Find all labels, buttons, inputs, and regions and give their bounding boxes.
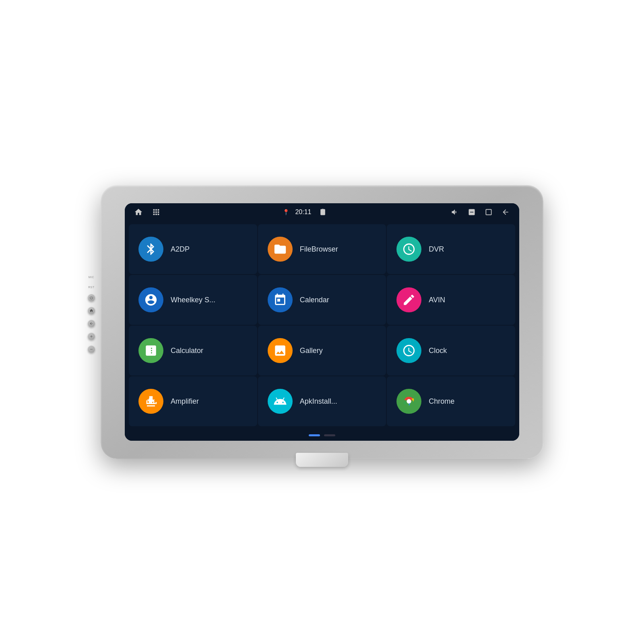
device-frame: MIC RST (101, 185, 543, 459)
filebrowser-icon (268, 237, 293, 262)
window-icon[interactable] (483, 206, 494, 218)
screen-bezel: 📍 20:11 (125, 203, 519, 441)
a2dp-label: A2DP (171, 245, 190, 254)
app-amplifier[interactable]: Amplifier (129, 376, 257, 426)
back-side-button[interactable] (88, 320, 95, 327)
mic-label: MIC (89, 276, 94, 279)
avin-label: AVIN (429, 296, 445, 304)
app-dvr[interactable]: DVR (387, 224, 515, 274)
chrome-icon (396, 389, 421, 414)
wheelkey-icon (138, 287, 163, 312)
app-calculator[interactable]: Calculator (129, 326, 257, 376)
dvr-icon (396, 237, 421, 262)
vol-down-button[interactable] (88, 346, 95, 353)
app-filebrowser[interactable]: FileBrowser (258, 224, 386, 274)
amplifier-label: Amplifier (171, 397, 199, 406)
status-left (133, 206, 162, 218)
clock-label: Clock (429, 347, 447, 355)
dvr-label: DVR (429, 245, 444, 254)
android-screen: 📍 20:11 (125, 203, 519, 441)
home-side-button[interactable] (88, 307, 95, 314)
home-button[interactable] (133, 206, 144, 218)
chrome-label: Chrome (429, 397, 454, 406)
vol-up-button[interactable] (88, 333, 95, 340)
side-buttons: MIC RST (88, 276, 95, 353)
volume-icon[interactable] (449, 206, 460, 218)
status-center: 📍 20:11 (283, 206, 328, 218)
back-icon[interactable] (500, 206, 511, 218)
svg-rect-3 (151, 400, 152, 404)
a2dp-icon (138, 237, 163, 262)
close-icon[interactable] (466, 206, 477, 218)
page-indicator (125, 429, 519, 441)
app-chrome[interactable]: Chrome (387, 376, 515, 426)
svg-rect-5 (155, 402, 157, 404)
app-avin[interactable]: AVIN (387, 275, 515, 325)
apkinstaller-icon (268, 389, 293, 414)
apkinstaller-label: ApkInstall... (300, 397, 337, 406)
dot-1[interactable] (309, 434, 320, 436)
calendar-label: Calendar (300, 296, 329, 304)
amplifier-icon (138, 389, 163, 414)
gallery-icon (268, 338, 293, 363)
app-gallery[interactable]: Gallery (258, 326, 386, 376)
svg-rect-2 (149, 398, 150, 404)
app-grid: A2DP FileBrowser DVR (125, 221, 519, 429)
bottom-mount (296, 453, 348, 467)
calendar-icon (268, 287, 293, 312)
dot-2[interactable] (324, 434, 335, 436)
status-right (449, 206, 511, 218)
status-bar: 📍 20:11 (125, 203, 519, 221)
app-wheelkey[interactable]: Wheelkey S... (129, 275, 257, 325)
svg-rect-1 (147, 400, 148, 404)
app-apkinstaller[interactable]: ApkInstall... (258, 376, 386, 426)
location-icon: 📍 (283, 209, 289, 215)
svg-rect-4 (153, 401, 155, 405)
calculator-label: Calculator (171, 347, 203, 355)
apps-button[interactable] (151, 206, 162, 218)
app-calendar[interactable]: Calendar (258, 275, 386, 325)
app-clock[interactable]: Clock (387, 326, 515, 376)
rst-label: RST (88, 286, 95, 289)
gallery-label: Gallery (300, 347, 323, 355)
filebrowser-label: FileBrowser (300, 245, 338, 254)
calculator-icon (138, 338, 163, 363)
app-a2dp[interactable]: A2DP (129, 224, 257, 274)
clock-display: 20:11 (295, 208, 311, 216)
clock-icon (396, 338, 421, 363)
avin-icon (396, 287, 421, 312)
camera-status-icon[interactable] (317, 206, 328, 218)
power-button[interactable] (88, 294, 95, 301)
wheelkey-label: Wheelkey S... (171, 296, 215, 304)
